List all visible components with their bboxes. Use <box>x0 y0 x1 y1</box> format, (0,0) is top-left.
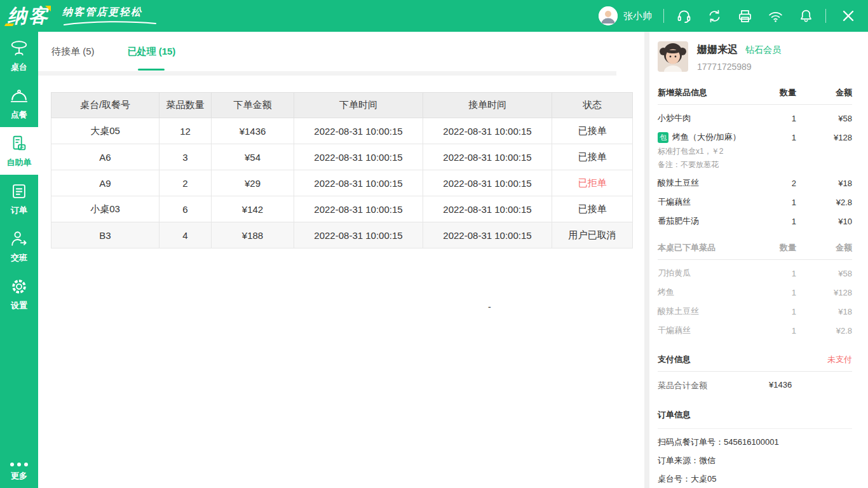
order-info-title: 订单信息 <box>658 409 852 421</box>
dish-item: 酸辣土豆丝2¥18 <box>658 177 852 189</box>
header-icon-group <box>675 8 814 24</box>
support-icon[interactable] <box>675 8 692 24</box>
dish-item: 酸辣土豆丝1¥18 <box>658 306 852 317</box>
count-cell: 3 <box>159 144 212 170</box>
dish-qty: 1 <box>764 217 796 226</box>
order-time-cell: 2022-08-31 10:00:15 <box>294 170 423 196</box>
header-divider <box>663 9 664 23</box>
order-row[interactable]: A63¥542022-08-31 10:00:152022-08-31 10:0… <box>51 144 633 170</box>
user-menu[interactable]: 张小帅 <box>599 6 652 25</box>
dish-name: 烤鱼 <box>658 287 764 298</box>
dish-name: 干煸藕丝 <box>658 196 764 208</box>
notification-icon[interactable] <box>797 8 814 24</box>
accept-time-cell: 2022-08-31 10:00:15 <box>423 118 552 144</box>
sidebar-item-settings[interactable]: 设置 <box>0 270 38 318</box>
dish-name: 刀拍黄瓜 <box>658 268 764 279</box>
wifi-icon[interactable] <box>767 8 783 24</box>
customer-avatar <box>658 41 688 72</box>
section-divider <box>658 104 852 105</box>
dish-amount: ¥2.8 <box>796 326 852 336</box>
logo-accent-icon <box>4 24 14 26</box>
dish-qty: 1 <box>764 288 796 297</box>
table-header-row: 桌台/取餐号菜品数量下单金额下单时间接单时间状态 <box>51 93 633 118</box>
column-header: 接单时间 <box>423 93 552 118</box>
user-name: 张小帅 <box>623 10 652 22</box>
section-divider <box>658 428 852 429</box>
sidebar-item-more[interactable]: 更多 <box>0 463 38 482</box>
column-header: 菜品数量 <box>159 93 212 118</box>
brand-logo: 纳客 <box>8 0 50 32</box>
payment-status-badge: 未支付 <box>827 354 852 365</box>
dish-name: 干煸藕丝 <box>658 325 764 336</box>
dish-item: 包烤鱼（大份/加麻）1¥128标准打包盒x1，￥2备注：不要放葱花 <box>658 132 852 170</box>
sidebar-item-orders[interactable]: 订单 <box>0 175 38 222</box>
table-cell: 小桌03 <box>51 196 159 222</box>
payment-total-row: 菜品合计金额 ¥1436 <box>658 380 852 391</box>
tab-processed[interactable]: 已处理 (15) <box>126 32 178 71</box>
dish-qty: 1 <box>764 133 796 142</box>
order-row[interactable]: 小桌036¥1422022-08-31 10:00:152022-08-31 1… <box>51 196 633 222</box>
cloche-icon <box>10 86 29 105</box>
orders-table: 桌台/取餐号菜品数量下单金额下单时间接单时间状态 大桌0512¥14362022… <box>51 92 633 248</box>
member-level-badge: 钻石会员 <box>745 44 781 56</box>
dish-item: 干煸藕丝1¥2.8 <box>658 325 852 336</box>
slogan-swoosh-icon <box>62 20 158 26</box>
tab-separator <box>38 71 616 76</box>
dish-subline: 标准打包盒x1，￥2 <box>658 147 852 156</box>
status-cell: 已拒单 <box>552 170 633 196</box>
brand-slogan: 纳客管店更轻松 <box>62 6 158 26</box>
dish-subline: 备注：不要放葱花 <box>658 160 852 170</box>
self-order-icon <box>10 134 29 153</box>
takeout-badge: 包 <box>658 132 668 143</box>
new-dishes-list: 小炒牛肉1¥58包烤鱼（大份/加麻）1¥128标准打包盒x1，￥2备注：不要放葱… <box>658 112 852 227</box>
column-header: 状态 <box>552 93 633 118</box>
count-cell: 12 <box>159 118 212 144</box>
column-header: 下单金额 <box>212 93 294 118</box>
sidebar-item-label: 设置 <box>11 300 27 311</box>
accept-time-cell: 2022-08-31 10:00:15 <box>423 222 552 248</box>
main-content: 待接单 (5) 已处理 (15) 桌台/取餐号菜品数量下单金额下单时间接单时间状… <box>38 32 644 488</box>
order-time-cell: 2022-08-31 10:00:15 <box>294 196 423 222</box>
order-info-lines: 扫码点餐订单号：545616100001订单来源：微信桌台号：大桌05取消人：顾… <box>658 437 852 488</box>
order-row[interactable]: B34¥1882022-08-31 10:00:152022-08-31 10:… <box>51 222 633 248</box>
sidebar-item-cloche[interactable]: 点餐 <box>0 79 38 127</box>
sync-icon[interactable] <box>706 8 722 24</box>
count-cell: 4 <box>159 222 212 248</box>
sidebar-item-table[interactable]: 桌台 <box>0 32 38 79</box>
dish-name: 酸辣土豆丝 <box>658 177 764 189</box>
table-cell: A9 <box>51 170 159 196</box>
sidebar-item-label: 桌台 <box>11 62 27 73</box>
stray-dash: - <box>488 302 491 312</box>
dish-name: 酸辣土豆丝 <box>658 306 764 317</box>
dish-amount: ¥2.8 <box>796 198 852 207</box>
sidebar-item-shift[interactable]: 交班 <box>0 222 38 270</box>
section-divider <box>658 259 852 260</box>
close-icon[interactable] <box>840 8 857 24</box>
count-cell: 2 <box>159 170 212 196</box>
printer-icon[interactable] <box>736 8 753 24</box>
order-row[interactable]: A92¥292022-08-31 10:00:152022-08-31 10:0… <box>51 170 633 196</box>
amount-cell: ¥188 <box>212 222 294 248</box>
order-row[interactable]: 大桌0512¥14362022-08-31 10:00:152022-08-31… <box>51 118 633 144</box>
tab-pending[interactable]: 待接单 (5) <box>50 32 97 71</box>
ordered-dishes-list: 刀拍黄瓜1¥58烤鱼1¥128酸辣土豆丝1¥18干煸藕丝1¥2.8 <box>658 268 852 336</box>
dish-name: 包烤鱼（大份/加麻） <box>658 132 764 143</box>
dish-item: 烤鱼1¥128 <box>658 287 852 298</box>
order-time-cell: 2022-08-31 10:00:15 <box>294 222 423 248</box>
dish-amount: ¥58 <box>796 114 852 123</box>
dish-qty: 1 <box>764 269 796 278</box>
order-info-line: 订单来源：微信 <box>658 456 852 466</box>
tab-bar: 待接单 (5) 已处理 (15) <box>38 32 644 71</box>
panel-divider <box>644 32 649 488</box>
dish-qty: 2 <box>764 179 796 188</box>
sidebar-item-self-order[interactable]: 自助单 <box>0 127 38 175</box>
order-detail-panel: 姗姗来迟 钻石会员 17771725989 新增菜品信息 数量 金额 小炒牛肉1… <box>649 32 868 488</box>
dish-amount: ¥128 <box>796 288 852 297</box>
amount-cell: ¥1436 <box>212 118 294 144</box>
dish-item: 小炒牛肉1¥58 <box>658 112 852 124</box>
status-cell: 已接单 <box>552 144 633 170</box>
dish-amount: ¥58 <box>796 269 852 278</box>
active-tab-indicator <box>138 69 165 71</box>
dish-amount: ¥18 <box>796 307 852 316</box>
count-cell: 6 <box>159 196 212 222</box>
